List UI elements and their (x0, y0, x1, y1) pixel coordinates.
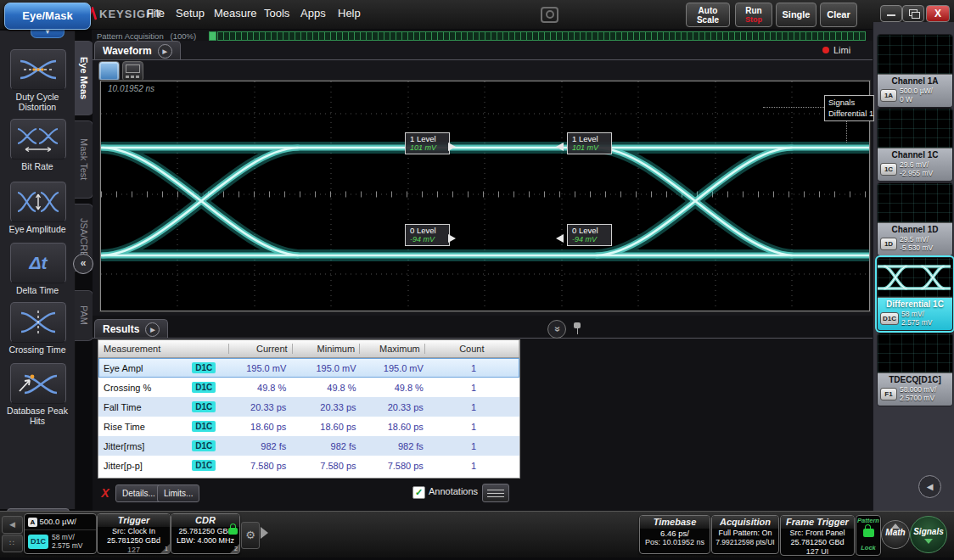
table-row-eye-ampl[interactable]: Eye Ampl D1C 195.0 mV 195.0 mV 195.0 mV … (98, 358, 519, 378)
signal-title: Channel 1C (880, 150, 950, 160)
timebase-status-panel[interactable]: Timebase 6.46 ps/ Pos: 10.01952 ns (639, 515, 710, 554)
maximum-value: 7.580 ps (361, 461, 428, 471)
delta-time-icon: Δt (29, 253, 47, 273)
column-header-minimum[interactable]: Minimum (292, 344, 360, 354)
run-stop-button[interactable]: Run Stop (735, 3, 772, 27)
column-header-maximum[interactable]: Maximum (359, 344, 424, 354)
column-header-measurement[interactable]: Measurement (98, 344, 194, 354)
title-bar: KEYSIGHT File Setup Measure Tools Apps H… (0, 0, 954, 29)
column-header-current[interactable]: Current (228, 344, 292, 354)
table-row-fall-time[interactable]: Fall Time D1C 20.33 ps 20.33 ps 20.33 ps… (98, 397, 519, 417)
limits-button[interactable]: Limits... (157, 484, 199, 502)
level-marker-arrow-right-icon (448, 143, 456, 151)
count-value: 1 (428, 461, 519, 471)
table-row-rise-time[interactable]: Rise Time D1C 18.60 ps 18.60 ps 18.60 ps… (98, 417, 519, 436)
expand-right-icon[interactable] (261, 527, 268, 539)
eye-amplitude-button[interactable] (10, 182, 66, 222)
play-icon[interactable]: ▶ (145, 322, 160, 337)
bit-rate-button[interactable] (10, 119, 66, 160)
signal-card-tdecq[interactable]: TDECQ[D1C] F1 58.000 mV/2.5700 mV (877, 333, 953, 406)
table-row-crossing[interactable]: Crossing % D1C 49.8 % 49.8 % 49.8 % 1 (98, 378, 519, 397)
tab-pam[interactable]: PAM (75, 290, 93, 341)
database-peak-hits-button[interactable] (10, 363, 66, 404)
menu-file[interactable]: File (147, 7, 165, 20)
sidebar-collapse-button[interactable]: « (73, 254, 93, 274)
restore-button[interactable] (902, 5, 924, 22)
zero-level-marker-right: 0 Level -94 mV (567, 224, 612, 246)
count-value: 1 (428, 422, 519, 432)
database-peak-hits-icon (16, 371, 60, 396)
delete-measurement-button[interactable]: X (98, 485, 113, 501)
menu-tools[interactable]: Tools (264, 7, 289, 20)
level-marker-arrow-left-icon (556, 234, 564, 243)
bit-rate-icon (16, 126, 60, 152)
cdr-settings-button[interactable]: ⚙ (241, 522, 260, 549)
current-value: 7.580 ps (225, 461, 290, 471)
play-icon[interactable]: ▶ (158, 44, 172, 59)
maximum-value: 982 fs (361, 441, 428, 451)
measurement-name: Eye Ampl (98, 363, 192, 373)
source-status-panel[interactable]: A 500.0 µW/ D1C 58 mV/ 2.575 mV (24, 513, 97, 554)
single-view-layout-button[interactable] (98, 61, 120, 81)
cdr-status-panel[interactable]: CDR 25.781250 GBd LBW: 4.000 MHz 2 (171, 513, 240, 554)
details-button[interactable]: Details... (115, 484, 162, 502)
tab-eye-meas[interactable]: Eye Meas (75, 41, 93, 115)
signal-card-differential-1c[interactable]: Differential 1C D1C 58 mV/2.575 mV (877, 257, 953, 331)
signal-card-channel-1a[interactable]: Channel 1A 1A 500.0 µW/0 W (877, 34, 953, 108)
multi-view-layout-button[interactable] (122, 61, 143, 81)
panel-collapse-button[interactable]: ◀ (918, 475, 941, 498)
duty-cycle-distortion-icon (16, 57, 60, 82)
waveform-tab[interactable]: Waveform ▶ (94, 41, 181, 60)
count-value: 1 (428, 441, 519, 451)
camera-icon[interactable] (541, 7, 558, 23)
frame-trigger-status-panel[interactable]: Frame Trigger Src: Front Panel 25.781250… (780, 515, 855, 556)
single-button[interactable]: Single (776, 3, 817, 27)
minimum-value: 7.580 ps (290, 461, 360, 471)
signals-button[interactable]: Signals (910, 516, 947, 553)
table-view-button[interactable] (482, 484, 509, 502)
signal-card-channel-1c[interactable]: Channel 1C 1C 29.6 mV/-2.955 mV (877, 108, 953, 182)
signal-thumbnail (878, 333, 952, 373)
current-value: 982 fs (225, 441, 290, 451)
measurement-sidebar: Duty Cycle Distortion Bit Rate Eye Ampli… (0, 31, 76, 509)
channel-badge: F1 (880, 388, 897, 400)
minimum-value: 982 fs (290, 441, 360, 451)
count-value: 1 (428, 383, 519, 393)
scroll-left-button[interactable]: ◀ (2, 516, 23, 534)
duty-cycle-distortion-button[interactable] (10, 49, 66, 90)
tool-label: Eye Amplitude (0, 224, 75, 234)
annotations-checkbox[interactable]: ✓ (412, 486, 425, 499)
table-row-jitter-pp[interactable]: Jitter[p-p] D1C 7.580 ps 7.580 ps 7.580 … (98, 456, 519, 475)
close-button[interactable]: X (926, 5, 950, 22)
maximum-value: 195.0 mV (361, 363, 428, 373)
signals-leader-line (763, 107, 824, 108)
back-arrow-icon: ◀ (9, 520, 15, 529)
waveform-graticule[interactable]: 10.01952 ns 1 Level 101 mV 1 Level 101 m… (100, 81, 870, 311)
current-value: 49.8 % (225, 383, 290, 393)
column-header-count[interactable]: Count (424, 344, 519, 354)
limit-status-dot-icon (822, 47, 829, 53)
menu-apps[interactable]: Apps (300, 7, 326, 20)
auto-scale-button[interactable]: Auto Scale (686, 3, 730, 27)
measurement-name: Rise Time (98, 422, 192, 432)
menu-help[interactable]: Help (338, 7, 361, 20)
math-button[interactable]: Math (881, 520, 910, 549)
menu-setup[interactable]: Setup (176, 7, 205, 20)
pin-icon[interactable] (573, 322, 581, 335)
signal-card-channel-1d[interactable]: Channel 1D 1D 29.5 mV/-5.530 mV (877, 182, 953, 256)
minimize-button[interactable] (880, 5, 902, 22)
delta-time-button[interactable]: Δt (10, 243, 66, 283)
results-tab[interactable]: Results ▶ (94, 319, 168, 339)
menu-measure[interactable]: Measure (214, 7, 257, 20)
mode-selector-button[interactable]: Eye/Mask (4, 3, 91, 30)
collapse-results-button[interactable]: « (547, 320, 566, 339)
restore-icon-back (912, 12, 920, 19)
pattern-lock-icon (863, 529, 874, 537)
table-row-jitter-rms[interactable]: Jitter[rms] D1C 982 fs 982 fs 982 fs 1 (98, 436, 519, 456)
trigger-status-panel[interactable]: Trigger Src: Clock In 25.781250 GBd 127 … (97, 513, 171, 554)
clear-button[interactable]: Clear (820, 3, 857, 27)
acquisition-status-panel[interactable]: Acquisition Full Pattern: On 7.99212598 … (711, 515, 779, 554)
grid-view-button[interactable]: ∷ (2, 535, 23, 552)
crossing-time-button[interactable] (10, 302, 66, 343)
tab-mask-test[interactable]: Mask Test (75, 120, 93, 199)
